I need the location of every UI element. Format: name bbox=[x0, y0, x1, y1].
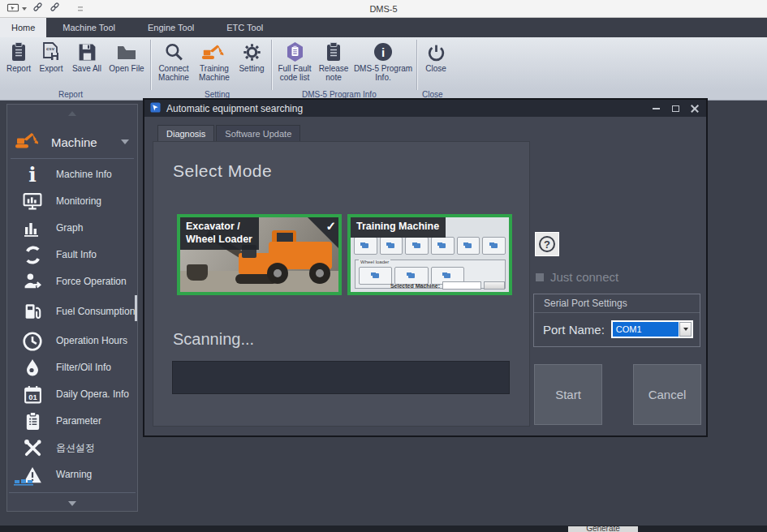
connect-machine-button[interactable]: Connect Machine bbox=[153, 40, 194, 88]
sidebar-item-label: 옵션설정 bbox=[56, 442, 137, 454]
port-name-label: Port Name: bbox=[543, 323, 605, 337]
dialog-minimize-button[interactable] bbox=[651, 104, 661, 114]
release-note-label: Release note bbox=[315, 64, 352, 82]
sidebar-item-label: Daily Opera. Info bbox=[56, 388, 137, 401]
program-info-label: DMS-5 Program Info. bbox=[352, 64, 414, 82]
tab-engine-tool[interactable]: Engine Tool bbox=[136, 18, 205, 37]
tab-home[interactable]: Home bbox=[0, 18, 46, 37]
monitor-icon bbox=[19, 191, 46, 212]
chevron-down-icon[interactable] bbox=[121, 139, 129, 144]
dialog-maximize-button[interactable] bbox=[670, 104, 680, 114]
sidebar-item-parameter[interactable]: Parameter bbox=[7, 408, 137, 435]
release-note-button[interactable]: Release note bbox=[315, 40, 352, 88]
sidebar-scrollbar-thumb[interactable] bbox=[135, 295, 137, 321]
tab-machine-tool[interactable]: Machine Tool bbox=[51, 18, 127, 37]
tab-etc-tool-label: ETC Tool bbox=[226, 23, 263, 32]
close-label: Close bbox=[425, 64, 446, 73]
dialog-close-button[interactable] bbox=[690, 104, 700, 114]
connect-machine-label: Connect Machine bbox=[153, 64, 194, 82]
port-name-selected-value: COM1 bbox=[613, 322, 679, 337]
svg-text:01: 01 bbox=[28, 393, 37, 401]
port-name-combobox[interactable]: COM1 bbox=[611, 320, 693, 338]
sidebar-scroll-up[interactable] bbox=[7, 111, 137, 116]
info-icon: i bbox=[19, 165, 46, 185]
training-machine-icon bbox=[200, 40, 228, 64]
ribbon-separator bbox=[271, 40, 272, 90]
tab-diagnosis[interactable]: Diagnosis bbox=[157, 125, 214, 141]
just-connect-checkbox-row[interactable]: Just connect bbox=[536, 270, 618, 284]
card-label-line1: Training Machine bbox=[356, 221, 439, 234]
partially-visible-bottom-button[interactable]: Generate bbox=[568, 526, 638, 532]
full-fault-code-list-button[interactable]: Full Fault code list bbox=[274, 40, 315, 88]
sidebar-divider bbox=[11, 158, 134, 159]
tab-software-update[interactable]: Software Update bbox=[216, 125, 300, 141]
sidebar-item-label: Force Operation bbox=[56, 276, 137, 288]
start-button-label: Start bbox=[555, 388, 581, 401]
group-divider bbox=[534, 312, 700, 313]
sidebar-header-machine[interactable]: Machine bbox=[7, 127, 137, 157]
sidebar-scroll-down[interactable] bbox=[7, 501, 137, 506]
selected-check-badge: ✓ bbox=[308, 217, 338, 248]
sidebar-divider bbox=[9, 492, 136, 493]
calendar-icon: 01 bbox=[19, 384, 46, 405]
sidebar-item-force-operation[interactable]: Force Operation bbox=[7, 268, 137, 295]
program-info-button[interactable]: i DMS-5 Program Info. bbox=[352, 40, 414, 88]
tab-home-label: Home bbox=[11, 23, 35, 32]
setting-button[interactable]: Setting bbox=[235, 40, 269, 88]
mini-machine-button bbox=[482, 237, 506, 255]
partial-button-label: Generate bbox=[586, 526, 620, 532]
report-label: Report bbox=[6, 64, 31, 73]
sidebar-item-fault-info[interactable]: Fault Info bbox=[7, 242, 137, 268]
report-button[interactable]: Report bbox=[3, 40, 34, 88]
start-button[interactable]: Start bbox=[534, 364, 602, 425]
svg-text:i: i bbox=[381, 45, 385, 59]
mini-machine-button bbox=[354, 237, 377, 255]
close-button[interactable]: Close bbox=[420, 40, 452, 88]
mode-card-excavator-wheel-loader[interactable]: Excavator / Wheel Loader ✓ bbox=[177, 214, 342, 295]
mode-card-training-machine[interactable]: Wheel loader Selected Machine: bbox=[347, 214, 512, 295]
crossed-tools-icon bbox=[19, 438, 46, 458]
help-button[interactable]: ? bbox=[535, 232, 559, 256]
sidebar-item-fuel-consumption[interactable]: Fuel Consumption bbox=[7, 295, 137, 328]
sidebar-item-option-settings[interactable]: 옵션설정 bbox=[7, 435, 137, 461]
sidebar-item-monitoring[interactable]: Monitoring bbox=[7, 188, 137, 215]
ribbon: Report csv Export Save All Open File Con bbox=[0, 37, 767, 90]
oil-drop-icon bbox=[19, 358, 46, 378]
checkbox-icon[interactable] bbox=[536, 273, 544, 281]
training-machine-label: Training Machine bbox=[194, 64, 235, 82]
export-icon: csv bbox=[41, 40, 62, 64]
save-all-button[interactable]: Save All bbox=[68, 40, 106, 88]
sidebar-item-filter-oil-info[interactable]: Filter/Oil Info bbox=[7, 354, 137, 381]
sidebar-item-label: Parameter bbox=[56, 415, 137, 427]
export-button[interactable]: csv Export bbox=[34, 40, 68, 88]
mini-machine-button bbox=[380, 237, 403, 255]
sidebar-item-graph[interactable]: Graph bbox=[7, 215, 137, 242]
card-label: Excavator / Wheel Loader bbox=[180, 217, 259, 250]
clock-icon bbox=[19, 331, 46, 352]
mini-machine-button bbox=[457, 237, 480, 255]
combobox-dropdown-button[interactable] bbox=[679, 322, 692, 337]
full-fault-hexagon-icon bbox=[285, 40, 305, 64]
scanning-status-text: Scanning... bbox=[173, 330, 254, 349]
sidebar-item-label: Filter/Oil Info bbox=[56, 362, 137, 374]
open-file-button[interactable]: Open File bbox=[106, 40, 148, 88]
training-machine-button[interactable]: Training Machine bbox=[194, 40, 235, 88]
mini-machine-button bbox=[431, 237, 455, 255]
selected-machine-input bbox=[442, 281, 481, 290]
person-arrow-icon bbox=[19, 272, 46, 292]
sidebar-item-label: Fault Info bbox=[56, 249, 137, 261]
window-title: DMS-5 bbox=[0, 4, 767, 14]
dialog-titlebar[interactable]: Automatic equipment searching bbox=[144, 100, 706, 117]
open-file-label: Open File bbox=[109, 64, 144, 73]
sidebar-item-machine-info[interactable]: i Machine Info bbox=[7, 161, 137, 188]
scan-progress-bar bbox=[172, 361, 510, 394]
sidebar-item-label: Operation Hours bbox=[56, 335, 137, 347]
sidebar-item-operation-hours[interactable]: Operation Hours bbox=[7, 328, 137, 354]
sidebar-header-label: Machine bbox=[51, 135, 97, 149]
tab-etc-tool[interactable]: ETC Tool bbox=[215, 18, 274, 37]
check-icon: ✓ bbox=[325, 219, 336, 234]
export-label: Export bbox=[40, 64, 63, 73]
sidebar-item-daily-opera-info[interactable]: 01 Daily Opera. Info bbox=[7, 381, 137, 408]
wheel-loader-group-label: Wheel loader bbox=[359, 260, 390, 264]
cancel-button[interactable]: Cancel bbox=[633, 364, 701, 425]
